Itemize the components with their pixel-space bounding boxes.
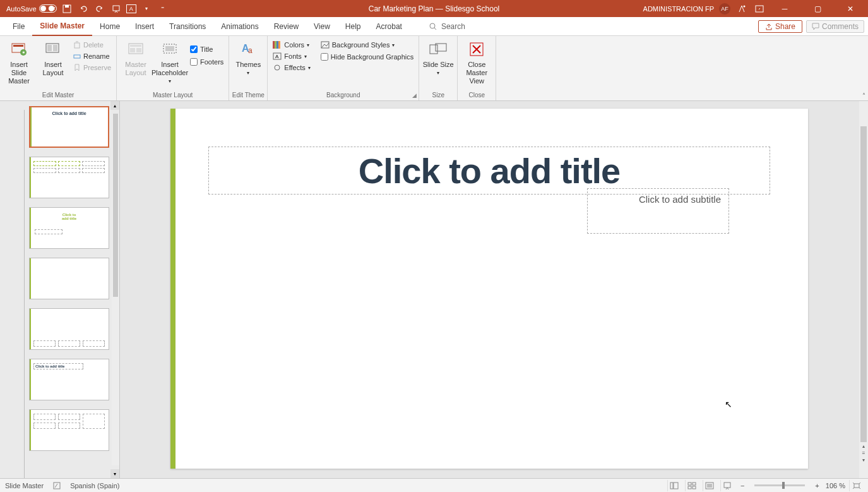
status-language[interactable]: Spanish (Spain) [70,482,119,489]
comments-button[interactable]: Comments [806,20,864,33]
maximize-button[interactable]: ▢ [804,0,831,17]
preserve-icon [73,64,81,71]
thumbnail-7[interactable] [29,409,109,451]
thumbnail-6[interactable]: Click to add title [29,359,109,400]
coming-soon-icon[interactable] [735,3,748,15]
background-styles-button[interactable]: Background Styles ▾ [318,40,416,49]
prev-slide-double-icon[interactable]: ≡ [862,450,865,456]
tab-view[interactable]: View [306,17,338,36]
svg-point-5 [430,23,435,28]
svg-rect-42 [724,483,730,488]
thumbnail-4[interactable] [29,258,109,299]
zoom-level[interactable]: 106 % [826,482,845,489]
share-button[interactable]: Share [758,20,802,33]
themes-icon: Aa [239,40,257,58]
thumbnail-5[interactable] [29,308,109,350]
zoom-out-button[interactable]: − [738,482,747,489]
user-avatar[interactable]: AF [719,3,730,15]
thumb-scroll-down[interactable]: ▾ [110,469,119,478]
thumbnail-3[interactable]: Click toadd title [29,207,109,249]
subtitle-placeholder[interactable]: Click to add subtitle [587,188,729,234]
tab-home[interactable]: Home [92,17,128,36]
insert-placeholder-button[interactable]: Insert Placeholder▾ [153,38,186,85]
thumbnail-2[interactable] [29,157,109,198]
font-icon[interactable]: A [126,4,136,13]
background-dialog-launcher[interactable]: ◢ [412,92,417,99]
slideshow-view-icon[interactable] [720,480,734,491]
qat-dropdown-icon[interactable]: ▾ [140,3,153,15]
close-button[interactable]: ✕ [836,0,864,17]
reading-view-icon[interactable] [703,480,716,491]
effects-icon [273,64,282,71]
effects-button[interactable]: Effects ▾ [270,63,312,72]
minimize-button[interactable]: ─ [771,0,799,17]
themes-button[interactable]: Aa Themes▾ [232,38,265,77]
normal-view-icon[interactable] [667,480,681,491]
svg-rect-43 [854,484,859,488]
master-layout-label: Master Layout [119,61,152,77]
svg-point-29 [275,65,280,70]
slideshow-icon[interactable] [110,3,122,15]
rename-button[interactable]: Rename [71,52,114,61]
main-area: ▴ Click to add title Click toadd title C… [0,101,868,478]
insert-slide-master-button[interactable]: ✶ Insert Slide Master [3,38,35,85]
insert-layout-button[interactable]: Insert Layout [37,38,69,77]
prev-slide-icon[interactable]: ▴ [862,443,865,449]
tab-insert[interactable]: Insert [128,17,162,36]
slide-canvas[interactable]: Click to add title Click to add subtitle… [170,109,808,469]
ribbon-display-icon[interactable] [753,3,766,15]
search-box[interactable]: Search [429,22,465,31]
svg-rect-16 [130,45,141,47]
thumb-scroll-up[interactable]: ▴ [110,101,119,110]
comment-icon [812,23,819,30]
hide-bg-checkbox[interactable]: Hide Background Graphics [318,52,416,62]
tab-animations[interactable]: Animations [213,17,266,36]
tab-acrobat[interactable]: Acrobat [369,17,410,36]
thumbs-scrollbar[interactable] [112,114,119,465]
svg-rect-38 [693,483,696,485]
zoom-in-button[interactable]: + [812,482,821,489]
fonts-button[interactable]: AFonts ▾ [270,52,312,61]
share-icon [765,23,773,30]
svg-rect-26 [278,41,280,49]
save-icon[interactable] [61,3,73,15]
qat-more-icon[interactable]: ⁼ [157,3,169,15]
title-placeholder[interactable]: Click to add title [208,147,770,195]
collapse-ribbon-icon[interactable]: ˄ [862,92,865,99]
close-master-view-button[interactable]: Close Master View [460,38,493,85]
tab-help[interactable]: Help [338,17,369,36]
slide-sorter-icon[interactable] [685,480,699,491]
footers-checkbox[interactable]: Footers [187,57,226,67]
close-master-label: Close Master View [460,61,493,85]
editor-scrollbar[interactable] [859,101,868,478]
tab-slide-master[interactable]: Slide Master [32,17,92,36]
delete-button[interactable]: Delete [71,40,114,49]
svg-rect-18 [136,48,141,52]
comments-label: Comments [822,22,859,31]
preserve-button[interactable]: Preserve [71,63,114,72]
fit-to-window-icon[interactable] [849,480,863,491]
mouse-cursor-icon: ↖ [725,399,732,409]
user-name: ADMINISTRACION FP [643,5,714,13]
svg-point-3 [744,5,746,7]
redo-icon[interactable] [93,3,106,15]
tab-review[interactable]: Review [266,17,306,36]
ribbon-tabs: File Slide Master Home Insert Transition… [0,17,868,36]
thumbnail-1[interactable]: Click to add title [29,106,109,148]
master-layout-button: Master Layout [119,38,152,77]
colors-button[interactable]: Colors ▾ [270,40,312,49]
autosave-toggle[interactable]: AutoSave Off [6,4,57,13]
zoom-slider[interactable] [754,484,805,486]
group-size: Slide Size▾ Size [419,36,458,100]
slide-size-button[interactable]: Slide Size▾ [422,38,455,77]
close-master-icon [468,40,485,58]
spell-check-icon[interactable] [52,481,61,490]
undo-icon[interactable] [77,3,90,15]
next-slide-icon[interactable]: ▾ [862,457,865,463]
svg-text:a: a [248,46,253,55]
title-checkbox[interactable]: Title [187,44,226,54]
tab-file[interactable]: File [5,17,32,36]
title-bar: AutoSave Off A ▾ ⁼ Car Marketing Plan — … [0,0,868,17]
placeholder-icon [161,40,179,58]
tab-transitions[interactable]: Transitions [162,17,213,36]
